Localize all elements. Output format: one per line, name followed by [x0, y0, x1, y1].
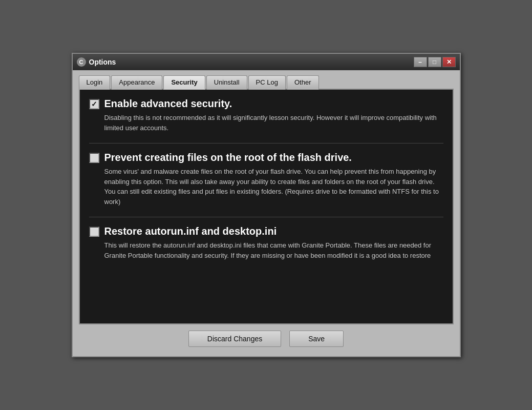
options-window: C Options – □ ✕ Login Appearance Securit… [72, 53, 461, 357]
checkbox-prevent-files-root[interactable] [89, 153, 99, 163]
maximize-button[interactable]: □ [428, 57, 441, 67]
tab-uninstall[interactable]: Uninstall [206, 75, 247, 90]
content-area: Enable advanced security. Disabling this… [79, 89, 454, 324]
option-header-2: Prevent creating files on the root of th… [89, 152, 443, 163]
option-enable-advanced-security: Enable advanced security. Disabling this… [89, 98, 443, 133]
save-button[interactable]: Save [289, 331, 344, 347]
title-bar: C Options – □ ✕ [73, 54, 460, 70]
option-restore-autorun: Restore autorun.inf and desktop.ini This… [89, 225, 443, 260]
checkbox-restore-autorun[interactable] [89, 227, 99, 237]
title-controls: – □ ✕ [414, 57, 456, 67]
tab-login[interactable]: Login [79, 75, 111, 90]
divider-2 [89, 217, 443, 217]
option-desc-1: Disabling this is not recommended as it … [104, 113, 443, 133]
option-desc-2: Some virus' and malware create files on … [104, 167, 443, 207]
close-button[interactable]: ✕ [442, 57, 456, 67]
tab-bar: Login Appearance Security Uninstall PC L… [79, 75, 454, 90]
option-header-1: Enable advanced security. [89, 98, 443, 110]
discard-changes-button[interactable]: Discard Changes [188, 331, 281, 347]
option-header-3: Restore autorun.inf and desktop.ini [89, 225, 443, 237]
checkbox-enable-advanced-security[interactable] [89, 99, 99, 109]
option-title-2: Prevent creating files on the root of th… [104, 152, 352, 163]
app-icon: C [77, 57, 86, 67]
tab-pc-log[interactable]: PC Log [248, 75, 286, 90]
option-title-3: Restore autorun.inf and desktop.ini [104, 225, 277, 237]
option-title-1: Enable advanced security. [104, 98, 232, 110]
tab-security[interactable]: Security [163, 75, 205, 90]
title-bar-left: C Options [77, 57, 116, 67]
window-body: Login Appearance Security Uninstall PC L… [73, 70, 460, 356]
divider-1 [89, 143, 443, 144]
tab-other[interactable]: Other [287, 75, 319, 90]
window-title: Options [89, 58, 116, 66]
footer: Discard Changes Save [79, 324, 454, 349]
option-desc-3: This will restore the autorun.inf and de… [104, 240, 443, 260]
option-prevent-files-root: Prevent creating files on the root of th… [89, 152, 443, 207]
tab-appearance[interactable]: Appearance [111, 75, 162, 90]
minimize-button[interactable]: – [414, 57, 427, 67]
